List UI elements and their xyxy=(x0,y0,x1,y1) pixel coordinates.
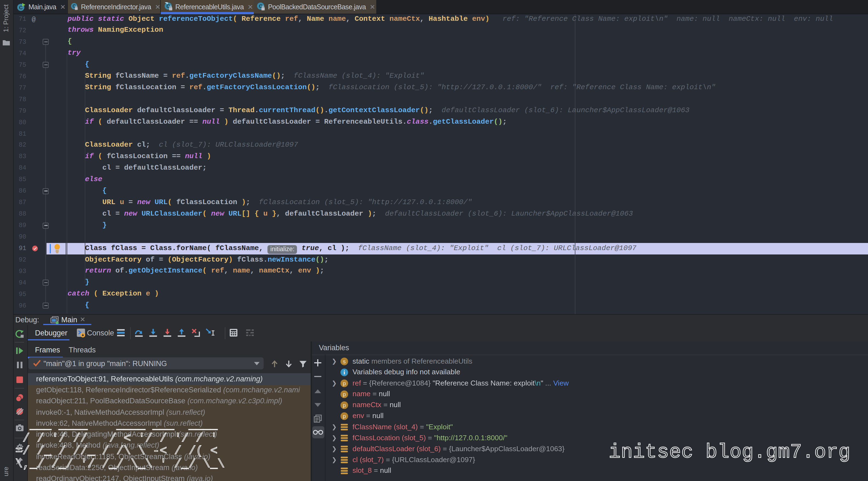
svg-text:p: p xyxy=(342,380,345,386)
svg-text:s: s xyxy=(343,358,345,364)
svg-text:i: i xyxy=(343,369,345,375)
svg-text:p: p xyxy=(342,402,345,408)
svg-text:p: p xyxy=(342,413,345,419)
svg-text:p: p xyxy=(342,391,345,397)
